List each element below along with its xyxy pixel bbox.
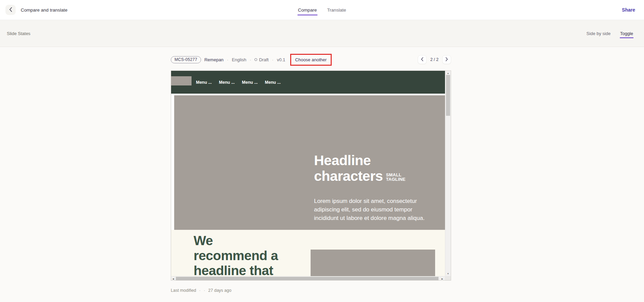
chevron-left-icon: [421, 57, 424, 62]
choose-another-button[interactable]: Choose another: [290, 54, 332, 66]
document-language: English: [232, 57, 246, 62]
status-badge: Draft: [254, 57, 268, 62]
chevron-left-icon: [9, 7, 12, 13]
slide-states-toolbar: Slide States Side by side Toggle: [0, 20, 644, 47]
document-status: Draft: [259, 57, 268, 62]
tab-translate[interactable]: Translate: [327, 7, 346, 13]
scroll-left-icon[interactable]: ◀: [171, 276, 175, 281]
scroll-down-icon[interactable]: ▼: [445, 273, 451, 275]
horizontal-scrollbar[interactable]: ◀ ▶: [171, 276, 445, 281]
slide-pagination: 2 / 2: [418, 55, 451, 64]
hero-body-text: Lorem ipsum dolor sit amet, consectetur …: [314, 197, 426, 222]
document-preview[interactable]: Menu ... Menu ... Menu ... Menu ... Head…: [171, 70, 451, 281]
document-name: Remepan: [204, 57, 224, 62]
separator-dot: ·: [204, 288, 205, 293]
hero-image-placeholder: Headline charactersSMALL TAGLINE Lorem i…: [174, 95, 446, 230]
view-mode-side-by-side[interactable]: Side by side: [587, 31, 611, 36]
preview-menu-item: Menu ...: [265, 80, 281, 85]
tab-compare[interactable]: Compare: [298, 7, 317, 13]
document-meta-row: MCS-05277 Remepan · English · Draft · v0…: [171, 53, 451, 66]
draft-status-icon: [254, 58, 257, 61]
last-modified-label: Last modified: [171, 288, 196, 293]
page-title: Compare and translate: [21, 7, 67, 13]
last-modified-value: 27 days ago: [208, 288, 231, 293]
view-mode-toggle[interactable]: Toggle: [620, 31, 633, 36]
document-version: v0.1: [277, 57, 285, 62]
vertical-scrollbar[interactable]: ▲ ▼: [445, 71, 451, 276]
hero-tagline: SMALL TAGLINE: [386, 173, 406, 181]
preview-nav-bar: Menu ... Menu ... Menu ... Menu ...: [171, 71, 445, 94]
separator-dot: ·: [250, 57, 251, 62]
separator-dot: ·: [227, 57, 228, 62]
preview-menu: Menu ... Menu ... Menu ... Menu ...: [196, 71, 281, 94]
hero-text-block: Headline charactersSMALL TAGLINE Lorem i…: [314, 153, 426, 222]
section-image-placeholder: [311, 250, 435, 276]
vertical-scroll-thumb[interactable]: [446, 75, 450, 116]
preview-content-section: We recommend a headline that: [171, 230, 445, 276]
section-heading: We recommend a headline that: [194, 233, 278, 276]
view-mode-switcher: Side by side Toggle: [587, 31, 633, 36]
page-indicator: 2 / 2: [430, 57, 439, 62]
preview-menu-item: Menu ...: [196, 80, 212, 85]
separator-dot: ·: [199, 288, 200, 293]
horizontal-scroll-thumb[interactable]: [176, 277, 439, 280]
scroll-up-icon[interactable]: ▲: [445, 72, 451, 74]
slide-states-label: Slide States: [7, 31, 30, 36]
preview-menu-item: Menu ...: [242, 80, 258, 85]
next-slide-button[interactable]: [442, 55, 451, 64]
hero-headline: Headline charactersSMALL TAGLINE: [314, 153, 426, 184]
compare-stage: MCS-05277 Remepan · English · Draft · v0…: [171, 53, 451, 293]
logo-placeholder: [171, 76, 192, 85]
top-bar: Compare and translate Compare Translate …: [0, 0, 644, 20]
last-modified-row: Last modified · · 27 days ago: [171, 288, 451, 293]
scroll-right-icon[interactable]: ▶: [440, 276, 444, 281]
header-tabs: Compare Translate: [298, 0, 346, 20]
hero-headline-text: Headline characters: [314, 153, 383, 184]
document-meta: MCS-05277 Remepan · English · Draft · v0…: [171, 54, 332, 66]
separator-dot: ·: [272, 57, 274, 62]
previous-slide-button[interactable]: [418, 55, 427, 64]
scrollbar-corner: [445, 276, 451, 281]
chevron-right-icon: [445, 57, 448, 62]
preview-menu-item: Menu ...: [219, 80, 235, 85]
share-button[interactable]: Share: [622, 7, 635, 13]
back-button[interactable]: [5, 5, 16, 15]
document-code-badge: MCS-05277: [171, 56, 201, 63]
